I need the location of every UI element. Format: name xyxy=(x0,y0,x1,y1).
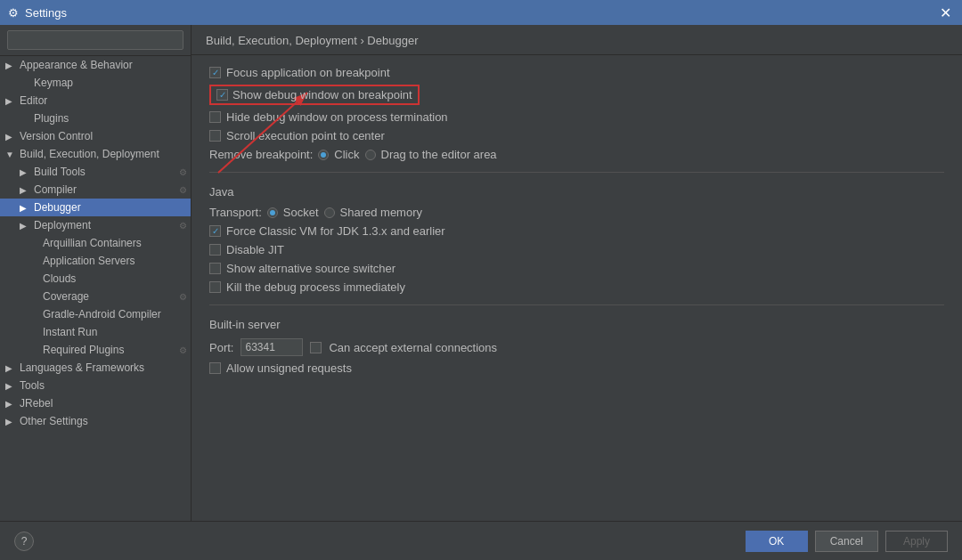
nav-list: ▶Appearance & BehaviorKeymap▶EditorPlugi… xyxy=(0,56,191,430)
sidebar-item-label: Clouds xyxy=(43,272,76,285)
sidebar-item-label: Deployment xyxy=(34,219,91,231)
sidebar-item-app-servers[interactable]: Application Servers xyxy=(0,252,191,270)
kill-debug-checkbox[interactable] xyxy=(209,281,221,293)
gear-icon: ⚙ xyxy=(179,345,187,355)
main-container: ▶Appearance & BehaviorKeymap▶EditorPlugi… xyxy=(0,25,962,521)
cancel-button[interactable]: Cancel xyxy=(815,531,878,552)
sidebar-item-label: Gradle-Android Compiler xyxy=(43,308,161,321)
remove-click-label: Click xyxy=(334,148,359,161)
remove-click-radio[interactable] xyxy=(318,150,329,160)
ok-button[interactable]: OK xyxy=(746,531,808,552)
show-debug-highlight: Show debug window on breakpoint xyxy=(209,85,420,105)
sidebar-item-label: Debugger xyxy=(34,201,81,214)
socket-radio[interactable] xyxy=(267,207,278,218)
title-bar: ⚙ Settings ✕ xyxy=(0,0,962,25)
sidebar-item-version-control[interactable]: ▶Version Control xyxy=(0,127,191,145)
sidebar-item-label: Coverage xyxy=(43,290,89,303)
apply-button[interactable]: Apply xyxy=(885,531,948,552)
sidebar-item-tools[interactable]: ▶Tools xyxy=(0,377,191,394)
sidebar-item-plugins[interactable]: Plugins xyxy=(0,110,191,127)
close-button[interactable]: ✕ xyxy=(936,3,955,23)
sidebar-item-debugger[interactable]: ▶Debugger xyxy=(0,199,191,216)
sidebar-item-jrebel[interactable]: ▶JRebel xyxy=(0,394,191,412)
disable-jit-row: Disable JIT xyxy=(209,243,944,256)
window-title: Settings xyxy=(25,6,67,20)
search-input[interactable] xyxy=(7,30,183,50)
force-classic-label[interactable]: Force Classic VM for JDK 1.3.x and earli… xyxy=(226,224,445,238)
sidebar-item-keymap[interactable]: Keymap xyxy=(0,74,191,92)
hide-debug-label[interactable]: Hide debug window on process termination xyxy=(226,110,448,124)
transport-label: Transport: xyxy=(209,206,262,219)
arrow-icon: ▶ xyxy=(20,203,30,213)
remove-drag-label: Drag to the editor area xyxy=(381,148,497,161)
show-alt-row: Show alternative source switcher xyxy=(209,262,944,275)
can-accept-label[interactable]: Can accept external connections xyxy=(329,341,497,354)
show-debug-row: Show debug window on breakpoint xyxy=(209,85,944,105)
footer-buttons: OK Cancel Apply xyxy=(746,531,948,552)
port-row: Port: Can accept external connections xyxy=(209,338,944,356)
focus-app-label[interactable]: Focus application on breakpoint xyxy=(226,66,390,79)
arrow-icon: ▶ xyxy=(5,381,16,391)
hide-debug-row: Hide debug window on process termination xyxy=(209,110,944,124)
allow-unsigned-checkbox[interactable] xyxy=(209,362,221,374)
arrow-icon: ▼ xyxy=(5,150,16,159)
search-box xyxy=(0,25,191,56)
sidebar-item-appearance[interactable]: ▶Appearance & Behavior xyxy=(0,56,191,74)
port-input[interactable] xyxy=(240,338,303,356)
force-classic-row: Force Classic VM for JDK 1.3.x and earli… xyxy=(209,224,944,238)
breadcrumb: Build, Execution, Deployment › Debugger xyxy=(192,25,962,55)
help-button[interactable]: ? xyxy=(14,532,34,551)
sidebar-item-label: Other Settings xyxy=(20,415,88,427)
sidebar-item-label: Keymap xyxy=(34,77,73,89)
disable-jit-label[interactable]: Disable JIT xyxy=(226,243,284,256)
socket-label: Socket xyxy=(283,206,319,219)
scroll-exec-checkbox[interactable] xyxy=(209,130,221,142)
kill-debug-label[interactable]: Kill the debug process immediately xyxy=(226,280,405,294)
gear-icon: ⚙ xyxy=(179,185,187,195)
sidebar-item-label: Plugins xyxy=(34,112,69,125)
arrow-icon: ▶ xyxy=(5,363,16,373)
java-section-header: Java xyxy=(209,185,944,199)
sidebar-item-build-execution[interactable]: ▼Build, Execution, Deployment xyxy=(0,145,191,163)
arrow-icon: ▶ xyxy=(20,167,30,177)
settings-icon: ⚙ xyxy=(7,6,20,19)
sidebar-item-label: Build, Execution, Deployment xyxy=(20,148,159,160)
disable-jit-checkbox[interactable] xyxy=(209,244,221,256)
sidebar-item-build-tools[interactable]: ▶Build Tools⚙ xyxy=(0,163,191,181)
focus-app-checkbox[interactable] xyxy=(209,67,221,78)
force-classic-checkbox[interactable] xyxy=(209,225,221,237)
sidebar-item-label: Tools xyxy=(20,379,45,392)
sidebar-item-label: JRebel xyxy=(20,397,53,410)
show-debug-checkbox[interactable] xyxy=(216,89,228,101)
sidebar-item-label: Compiler xyxy=(34,183,77,196)
arrow-icon: ▶ xyxy=(5,399,16,409)
shared-memory-radio[interactable] xyxy=(324,207,335,218)
scroll-exec-label[interactable]: Scroll execution point to center xyxy=(226,129,385,142)
sidebar-item-label: Languages & Frameworks xyxy=(20,361,144,374)
can-accept-checkbox[interactable] xyxy=(310,342,322,353)
sidebar-item-deployment[interactable]: ▶Deployment⚙ xyxy=(0,216,191,234)
show-alt-checkbox[interactable] xyxy=(209,263,221,274)
sidebar-item-label: Build Tools xyxy=(34,166,86,178)
sidebar-item-compiler[interactable]: ▶Compiler⚙ xyxy=(0,181,191,199)
show-debug-label[interactable]: Show debug window on breakpoint xyxy=(232,88,412,101)
focus-app-row: Focus application on breakpoint xyxy=(209,66,944,79)
show-alt-label[interactable]: Show alternative source switcher xyxy=(226,262,395,275)
sidebar-item-label: Version Control xyxy=(20,130,93,142)
sidebar-item-clouds[interactable]: Clouds xyxy=(0,270,191,288)
sidebar-item-other-settings[interactable]: ▶Other Settings xyxy=(0,412,191,430)
remove-drag-radio[interactable] xyxy=(365,150,376,160)
sidebar-item-coverage[interactable]: Coverage⚙ xyxy=(0,288,191,305)
hide-debug-checkbox[interactable] xyxy=(209,111,221,123)
sidebar-item-instant-run[interactable]: Instant Run xyxy=(0,323,191,341)
sidebar-item-arquillian[interactable]: Arquillian Containers xyxy=(0,234,191,252)
remove-breakpoint-label: Remove breakpoint: xyxy=(209,148,313,161)
allow-unsigned-label[interactable]: Allow unsigned requests xyxy=(226,361,352,375)
sidebar-item-editor[interactable]: ▶Editor xyxy=(0,92,191,110)
sidebar-item-required-plugins[interactable]: Required Plugins⚙ xyxy=(0,341,191,359)
remove-breakpoint-row: Remove breakpoint: Click Drag to the edi… xyxy=(209,148,944,161)
sidebar-item-gradle-android[interactable]: Gradle-Android Compiler xyxy=(0,305,191,323)
shared-memory-label: Shared memory xyxy=(340,206,422,219)
sidebar-item-label: Appearance & Behavior xyxy=(20,59,133,71)
sidebar-item-languages[interactable]: ▶Languages & Frameworks xyxy=(0,359,191,377)
